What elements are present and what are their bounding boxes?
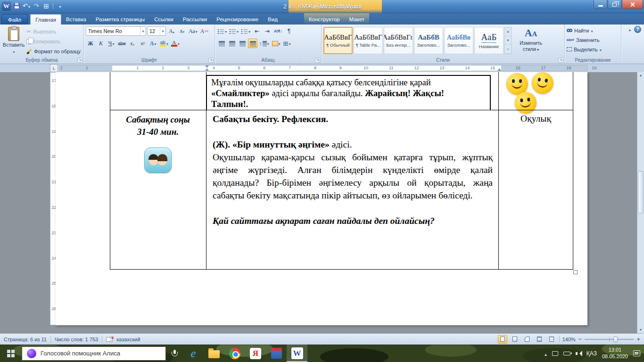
clear-formatting-button[interactable]: А: [199, 26, 209, 36]
grow-font-button[interactable]: А: [167, 26, 176, 36]
bullets-dropdown-icon[interactable]: [225, 28, 227, 34]
word-logo-icon[interactable]: [2, 1, 11, 10]
taskbar-clock[interactable]: 13:01 08.05.2020: [602, 347, 628, 360]
tab-references[interactable]: Ссылки: [149, 14, 178, 25]
undo-button[interactable]: [22, 2, 31, 10]
taskbar-internet-explorer[interactable]: [183, 345, 204, 362]
format-painter-button[interactable]: Формат по образцу: [25, 47, 82, 56]
minimize-button[interactable]: [594, 0, 607, 9]
zoom-in-button[interactable]: +: [636, 337, 640, 342]
line-spacing-button[interactable]: [258, 39, 270, 48]
proofing-errors-icon[interactable]: [106, 337, 113, 342]
scrollbar-thumb[interactable]: [638, 171, 644, 214]
borders-dropdown-icon[interactable]: [289, 40, 290, 47]
clipboard-dialog-launcher[interactable]: [77, 58, 83, 63]
print-layout-view-button[interactable]: [498, 335, 507, 344]
zoom-slider-thumb[interactable]: [613, 337, 618, 342]
bold-button[interactable]: Ж: [86, 39, 95, 48]
input-language-indicator[interactable]: ҚАЗ: [586, 350, 597, 357]
tab-page-layout[interactable]: Разметка страницы: [91, 14, 149, 25]
paragraph-dialog-launcher[interactable]: [315, 58, 320, 63]
style-table-paragraph[interactable]: АаБбВвГ ¶ Table Pa...: [354, 27, 383, 54]
zoom-slider[interactable]: [585, 339, 634, 340]
align-right-button[interactable]: [238, 39, 247, 48]
decrease-indent-button[interactable]: [252, 26, 262, 36]
taskbar-word[interactable]: [287, 345, 307, 362]
resources-cell[interactable]: Оқулық: [499, 114, 573, 269]
line-spacing-dropdown-icon[interactable]: [267, 40, 269, 47]
scroll-up-icon[interactable]: ▲: [638, 73, 644, 78]
styles-dialog-launcher[interactable]: [558, 58, 563, 63]
lesson-plan-table[interactable]: Мұғалім оқушыларды сабаққа қатысу белсен…: [110, 72, 573, 269]
styles-scroll-down-icon[interactable]: ▼: [505, 36, 511, 45]
bullets-button[interactable]: [217, 26, 228, 36]
outline-view-button[interactable]: [535, 335, 544, 344]
draw-table-button[interactable]: [42, 2, 50, 10]
numbering-button[interactable]: [229, 26, 239, 36]
h-ruler[interactable]: 1212345678910111213141516171819: [59, 65, 587, 71]
find-button[interactable]: Найти: [567, 26, 619, 35]
alisa-search-box[interactable]: Голосовой помощник Алиса: [22, 346, 166, 361]
change-case-button[interactable]: Аа: [188, 26, 198, 36]
justify-button[interactable]: [248, 39, 257, 48]
draft-view-button[interactable]: [547, 335, 556, 344]
replace-button[interactable]: Заменить: [567, 35, 619, 44]
paste-button[interactable]: Вставить: [2, 26, 25, 56]
save-button[interactable]: [12, 2, 21, 10]
shading-button[interactable]: [271, 39, 281, 48]
right-indent-marker[interactable]: [497, 66, 501, 71]
multilevel-list-button[interactable]: [240, 26, 251, 36]
volume-icon[interactable]: [576, 351, 581, 356]
page-indicator[interactable]: Страница: 6 из 11: [4, 337, 47, 342]
fullscreen-reading-view-button[interactable]: [510, 335, 520, 344]
strikethrough-button[interactable]: abe: [117, 39, 127, 48]
styles-scroll-up-icon[interactable]: ▲: [505, 27, 511, 36]
zoom-level[interactable]: 140%: [562, 337, 576, 342]
tab-view[interactable]: Вид: [263, 14, 282, 25]
style-no-spacing[interactable]: АаБбВвГг, Без интер...: [384, 27, 413, 54]
help-button[interactable]: ?: [634, 26, 641, 33]
action-center-icon[interactable]: [633, 350, 640, 356]
highlight-button[interactable]: ab: [159, 39, 169, 48]
cut-button[interactable]: Вырезать: [25, 27, 82, 36]
battery-icon[interactable]: [563, 352, 570, 355]
style-heading-1[interactable]: АаБбВ Заголово...: [414, 27, 443, 54]
content-cell[interactable]: Сабақты бекіту. Рефлексия. (Ж). «Бір мин…: [206, 112, 498, 269]
tab-home[interactable]: Главная: [30, 14, 61, 25]
font-size-combo[interactable]: 12: [147, 26, 166, 36]
language-indicator[interactable]: казахский: [116, 337, 140, 342]
font-color-button[interactable]: А: [170, 39, 181, 48]
stage-cell[interactable]: Сабақтың соңы 31-40 мин.: [110, 114, 206, 269]
font-size-dropdown-icon[interactable]: [160, 27, 165, 35]
sort-button[interactable]: АЯ: [273, 26, 283, 36]
shading-dropdown-icon[interactable]: [279, 40, 281, 47]
zoom-out-button[interactable]: −: [578, 337, 582, 342]
vertical-scrollbar[interactable]: ▲ ▼: [637, 72, 644, 333]
minimize-ribbon-icon[interactable]: [628, 27, 631, 32]
style-normal[interactable]: АаБбВвГ ¶ Обычный: [323, 27, 353, 54]
style-heading-2[interactable]: АаБбВв Заголово...: [444, 27, 473, 54]
tab-mailings[interactable]: Рассылки: [178, 14, 212, 25]
paste-dropdown-icon[interactable]: [13, 49, 15, 54]
taskbar-file-explorer[interactable]: [204, 345, 224, 362]
word-count[interactable]: Число слов: 1 753: [55, 337, 98, 342]
taskbar-yandex-browser[interactable]: [245, 345, 266, 362]
superscript-button[interactable]: х²: [138, 39, 148, 48]
web-layout-view-button[interactable]: [522, 335, 532, 344]
styles-gallery-expand-icon[interactable]: ≡: [505, 45, 511, 54]
assessment-text-box[interactable]: Мұғалім оқушыларды сабаққа қатысу белсен…: [206, 75, 491, 110]
underline-dropdown-icon[interactable]: [112, 40, 114, 47]
tab-table-design[interactable]: Конструктор: [304, 14, 345, 25]
align-center-button[interactable]: [227, 39, 237, 48]
tab-table-layout[interactable]: Макет: [344, 14, 369, 25]
document-area[interactable]: 17181920212223242526 Мұғалім оқушыларды …: [0, 72, 644, 333]
increase-indent-button[interactable]: [263, 26, 272, 36]
font-dialog-launcher[interactable]: [208, 58, 214, 63]
tab-stop-selector[interactable]: L: [50, 64, 58, 72]
document-page[interactable]: Мұғалім оқушыларды сабаққа қатысу белсен…: [56, 72, 587, 325]
tab-review[interactable]: Рецензирование: [212, 14, 263, 25]
redo-button[interactable]: [32, 2, 41, 10]
font-name-combo[interactable]: Times New Ro: [86, 26, 146, 36]
copy-button[interactable]: Копировать: [25, 37, 82, 46]
restore-button[interactable]: [608, 0, 621, 9]
